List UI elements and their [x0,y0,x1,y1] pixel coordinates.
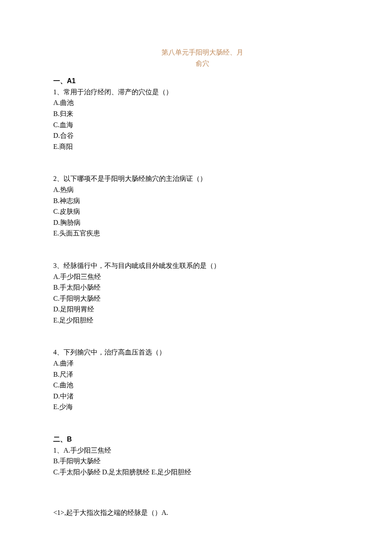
q2-option-a: A.热病 [53,184,339,195]
b-q1-line3: C.手太阳小肠经 D.足太阳膀胱经 E.足少阳胆经 [53,467,339,478]
question-3: 3、经脉循行中，不与目内眦或目外眦发生联系的是（） A.手少阳三焦经 B.手太阳… [53,260,339,326]
q3-option-c: C.手阳明大肠经 [53,293,339,304]
q2-option-b: B.神志病 [53,195,339,206]
q4-stem: 4、下列腧穴中，治疗高血压首选（） [53,347,339,358]
section-a-heading: 一、A1 [53,76,339,87]
section-b-label: B [67,436,72,443]
section-b-prefix: 二、 [53,436,67,443]
section-b-heading: 二、B [53,434,339,445]
q4-option-a: A.曲泽 [53,358,339,369]
q1-option-b: B.归来 [53,108,339,119]
b-q1-line1: 1、A.手少阳三焦经 [53,445,339,456]
q2-option-d: D.胸胁病 [53,217,339,228]
q3-stem: 3、经脉循行中，不与目内眦或目外眦发生联系的是（） [53,260,339,271]
q1-option-d: D.合谷 [53,130,339,141]
q1-option-e: E.商阳 [53,141,339,152]
b-q1-line2: B.手阳明大肠经 [53,456,339,467]
q4-option-d: D.中渚 [53,391,339,402]
q3-option-b: B.手太阳小肠经 [53,282,339,293]
document-title: 第八单元手阳明大肠经、月俞穴 [147,47,245,69]
q2-stem: 2、以下哪项不是手阳明大肠经腧穴的主治病证（） [53,173,339,184]
q3-option-e: E.足少阳胆经 [53,315,339,326]
section-b-sub1: <1>,起于大指次指之端的经脉是（）A. [53,507,339,518]
section-a-label: A1 [67,77,75,84]
q2-option-e: E.头面五官疾患 [53,228,339,239]
page-container: 第八单元手阳明大肠经、月俞穴 一、A1 1、常用于治疗经闭、滞产的穴位是（） A… [0,0,392,518]
q3-option-a: A.手少阳三焦经 [53,271,339,282]
q4-option-b: B.尺泽 [53,369,339,380]
q4-option-e: E.少海 [53,401,339,413]
section-a-prefix: 一、 [53,77,67,84]
question-1: 1、常用于治疗经闭、滞产的穴位是（） A.曲池 B.归来 C.血海 D.合谷 E… [53,87,339,152]
q1-stem: 1、常用于治疗经闭、滞产的穴位是（） [53,87,339,98]
question-4: 4、下列腧穴中，治疗高血压首选（） A.曲泽 B.尺泽 C.曲池 D.中渚 E.… [53,347,339,413]
question-2: 2、以下哪项不是手阳明大肠经腧穴的主治病证（） A.热病 B.神志病 C.皮肤病… [53,173,339,239]
q3-option-d: D.足阳明胃经 [53,304,339,315]
section-b-q1: 1、A.手少阳三焦经 B.手阳明大肠经 C.手太阳小肠经 D.足太阳膀胱经 E.… [53,445,339,478]
q2-option-c: C.皮肤病 [53,206,339,217]
q1-option-c: C.血海 [53,119,339,131]
q1-option-a: A.曲池 [53,97,339,108]
q4-option-c: C.曲池 [53,380,339,391]
